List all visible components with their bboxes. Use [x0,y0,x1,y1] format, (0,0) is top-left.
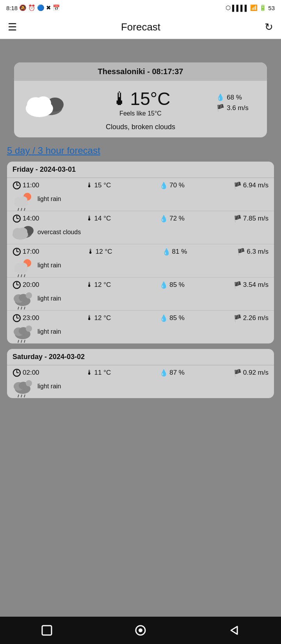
day-card-0: Friday - 2024-03-01 11:00 🌡 15 °C 💧 70 %… [7,162,274,343]
svg-line-62 [24,395,25,397]
svg-point-4 [36,96,51,110]
forecast-wind: 🏴 6.3 m/s [237,248,269,256]
twitter-icon: ✖ [46,4,51,11]
forecast-row-0-3: 20:00 🌡 12 °C 💧 85 % 🏴 3.54 m/s [7,278,274,311]
svg-line-13 [21,208,22,211]
forecast-row-0-0: 11:00 🌡 15 °C 💧 70 % 🏴 6.94 m/s [7,178,274,211]
navi-icon: 🔵 [37,4,44,11]
forecast-time: 17:00 [12,247,44,256]
forecast-description: overcast clouds [37,229,81,236]
status-left: 8:18 🔕 ⏰ 🔵 ✖ 📅 [6,4,60,11]
forecast-description: light rain [37,262,61,269]
svg-line-50 [18,340,19,343]
forecast-humidity: 💧 87 % [160,369,191,377]
forecast-time: 11:00 [12,181,44,190]
forecast-time: 23:00 [12,314,44,322]
forecast-title[interactable]: 5 day / 3 hour forecast [7,145,274,156]
humidity-value: 68 % [227,94,242,101]
forecast-wind: 🏴 6.94 m/s [233,181,269,190]
forecast-description: light rain [37,383,61,390]
wifi-icon: 📶 [250,4,258,11]
forecast-temp: 🌡 14 °C [86,215,117,222]
svg-point-22 [18,228,27,235]
forecast-time: 02:00 [12,368,44,377]
forecast-weather-icon [12,191,34,207]
forecast-humidity: 💧 70 % [160,181,191,190]
feels-like: Feels like 15°C [119,110,162,117]
temperature-section: 🌡 15°C Feels like 15°C [69,88,212,117]
weather-description: Clouds, broken clouds [14,121,267,131]
current-temperature: 15°C [130,88,171,109]
svg-marker-66 [231,626,237,634]
battery-level: 53 [268,5,275,11]
forecast-weather-icon [12,258,34,273]
forecast-humidity: 💧 85 % [160,314,191,322]
svg-point-49 [26,326,32,332]
svg-line-14 [24,208,25,211]
svg-rect-63 [42,626,52,635]
refresh-icon[interactable]: ↻ [265,21,273,33]
weather-stats: 💧 68 % 🏴 3.6 m/s [216,93,259,112]
forecast-temp: 🌡 15 °C [86,181,117,189]
nav-back-button[interactable] [228,624,240,637]
forecast-row-0-1: 14:00 🌡 14 °C 💧 72 % 🏴 7.85 m/s [7,211,274,244]
forecast-description: light rain [37,196,61,203]
status-bar: 8:18 🔕 ⏰ 🔵 ✖ 📅 ⬡ ▌▌▌▌ 📶 🔋 53 [0,0,281,16]
forecast-weather-icon [12,379,34,394]
forecast-temp: 🌡 11 °C [86,369,117,377]
day-card-1: Saturday - 2024-03-02 02:00 🌡 11 °C 💧 87… [7,349,274,398]
forecast-row-1-0: 02:00 🌡 11 °C 💧 87 % 🏴 0.92 m/s [7,365,274,398]
forecast-temp: 🌡 12 °C [87,248,119,256]
forecast-weather-icon [12,324,34,340]
forecast-time: 20:00 [12,281,44,289]
forecast-humidity: 💧 81 % [162,248,194,256]
location-label: Thessaloniki [98,67,145,76]
calendar-icon: 📅 [53,4,60,11]
svg-point-29 [20,263,27,270]
forecast-time: 14:00 [12,214,44,223]
signal-icon: ▌▌▌▌ [232,5,249,11]
silent-icon: 🔕 [19,4,27,11]
forecast-weather-icon [12,224,34,240]
nav-square-button[interactable] [41,624,53,637]
weather-location-header: Thessaloniki - 08:17:37 [14,62,267,81]
forecast-container: Friday - 2024-03-01 11:00 🌡 15 °C 💧 70 %… [7,162,274,398]
header-separator: - [147,67,152,76]
menu-icon[interactable]: ☰ [8,21,17,33]
forecast-wind: 🏴 3.54 m/s [233,281,269,289]
svg-line-32 [24,274,25,277]
forecast-row-0-2: 17:00 🌡 12 °C 💧 81 % 🏴 6.3 m/s [7,244,274,278]
forecast-description: light rain [37,295,61,302]
current-weather-card: Thessaloniki - 08:17:37 🌡 [14,62,267,137]
svg-point-39 [26,292,32,299]
drop-icon: 💧 [216,93,224,101]
wind-value: 3.6 m/s [227,104,249,112]
page-title: Forecast [121,21,160,33]
nav-home-button[interactable] [134,624,147,637]
day-header-1: Saturday - 2024-03-02 [7,349,274,365]
wind-stat: 🏴 3.6 m/s [216,104,249,112]
svg-line-40 [18,307,19,310]
svg-point-59 [26,380,32,386]
forecast-weather-icon [12,291,34,306]
svg-line-51 [21,340,22,343]
forecast-wind: 🏴 7.85 m/s [233,215,269,223]
forecast-row-0-4: 23:00 🌡 12 °C 💧 85 % 🏴 2.26 m/s [7,311,274,343]
current-time: 08:17:37 [152,67,183,76]
bluetooth-icon: ⬡ [226,4,231,11]
svg-line-61 [21,395,22,397]
day-header-0: Friday - 2024-03-01 [7,162,274,178]
forecast-temp: 🌡 12 °C [86,281,117,289]
flag-icon: 🏴 [216,104,224,112]
gray-spacer [0,39,281,62]
forecast-wind: 🏴 2.26 m/s [233,314,269,322]
current-weather-icon [22,87,65,118]
svg-line-60 [18,395,19,397]
forecast-temp: 🌡 12 °C [86,314,117,322]
svg-line-42 [24,307,25,310]
battery-icon: 🔋 [259,4,267,11]
svg-line-52 [24,340,25,343]
alarm-icon: ⏰ [28,4,36,11]
svg-line-41 [21,307,22,310]
top-bar: ☰ Forecast ↻ [0,16,281,39]
